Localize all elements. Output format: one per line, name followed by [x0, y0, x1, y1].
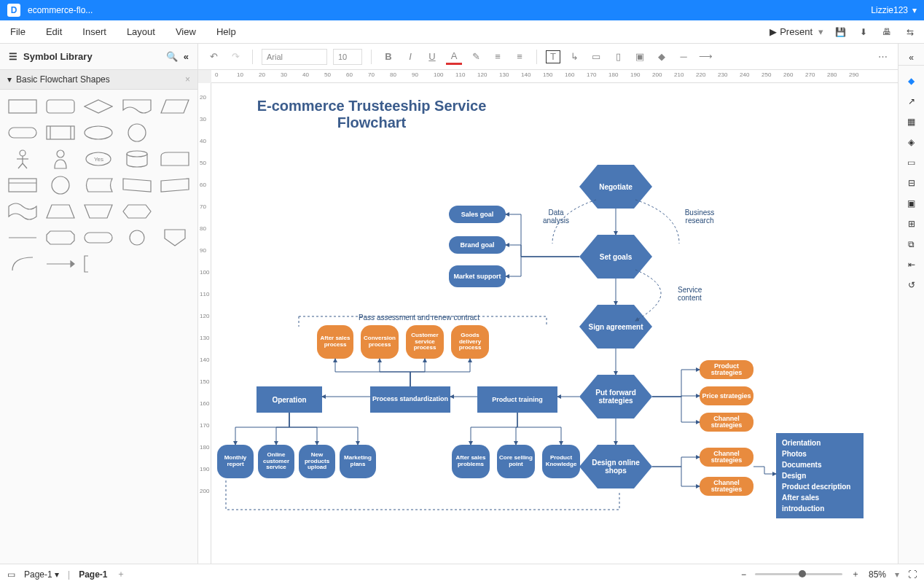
picture-icon[interactable]: ▣ — [907, 198, 915, 209]
zoom-out-icon[interactable]: − — [741, 569, 746, 580]
node-product-knowledge[interactable]: Product Knowledge — [542, 445, 580, 478]
zoom-slider[interactable] — [755, 573, 842, 575]
shape-predefined[interactable] — [44, 122, 77, 144]
zoom-in-icon[interactable]: ＋ — [851, 568, 860, 580]
connector-icon[interactable]: ↳ — [566, 49, 582, 65]
node-operation[interactable]: Operation — [257, 386, 322, 413]
export-icon[interactable]: ↗ — [908, 96, 915, 106]
node-channel-strategies-1[interactable]: Channel strategies — [700, 413, 753, 432]
add-page-icon[interactable]: ＋ — [117, 568, 125, 580]
node-design[interactable]: Design online shops — [579, 445, 652, 488]
node-goods-delivery-process[interactable]: Goods delivery process — [451, 325, 489, 359]
node-after-sales-process[interactable]: After sales process — [317, 325, 353, 359]
node-forward[interactable]: Put forward strategies — [579, 375, 652, 418]
shape-section-header[interactable]: ▾ Basic Flowchart Shapes × — [0, 70, 197, 90]
shape-circle3[interactable] — [120, 227, 154, 249]
menu-layout[interactable]: Layout — [127, 26, 155, 37]
data-icon[interactable]: ⊟ — [908, 178, 915, 188]
shape-hexagon[interactable] — [120, 200, 154, 222]
node-product-strategies[interactable]: Product strategies — [700, 360, 753, 379]
node-setgoals[interactable]: Set goals — [579, 235, 652, 279]
user-menu[interactable]: Lizzie123 ▾ — [871, 5, 917, 15]
shape-actor[interactable] — [6, 148, 39, 170]
node-conversion-process[interactable]: Conversion process — [361, 325, 399, 359]
pages-icon[interactable]: ▭ — [7, 569, 15, 580]
shape-rounded-rect[interactable] — [44, 96, 77, 117]
fill-tool-icon[interactable]: ◆ — [908, 76, 915, 86]
align-left-icon[interactable]: ≡ — [490, 49, 506, 65]
shape-internal[interactable] — [6, 174, 39, 196]
line-color-icon[interactable]: ─ — [676, 49, 692, 65]
shape-tape[interactable] — [6, 200, 39, 222]
node-after-sales-problems[interactable]: After sales problems — [452, 445, 490, 478]
shape-rectangle[interactable] — [6, 96, 39, 117]
history-icon[interactable]: ↺ — [908, 280, 915, 290]
node-online-customer[interactable]: Online customer service — [258, 445, 294, 478]
tree-icon[interactable]: ⊞ — [908, 219, 915, 229]
menu-view[interactable]: View — [176, 26, 196, 37]
shape-trap-down[interactable] — [82, 200, 115, 222]
shape-arc[interactable] — [6, 253, 39, 275]
shape-document[interactable] — [120, 96, 154, 117]
undo-icon[interactable]: ↶ — [205, 49, 222, 65]
node-process-std[interactable]: Process standardization — [370, 386, 450, 413]
shape-terminator[interactable] — [6, 122, 39, 144]
close-icon[interactable]: × — [185, 74, 190, 85]
shape-yes[interactable]: Yes — [82, 148, 115, 170]
more-icon[interactable]: ⋯ — [874, 49, 890, 65]
present-button[interactable]: ▶ Present ▾ — [770, 26, 823, 37]
shape-oct[interactable] — [44, 227, 77, 249]
shape-parallelogram[interactable] — [158, 96, 192, 117]
align-center-icon[interactable]: ≡ — [512, 49, 528, 65]
shape-stored[interactable] — [82, 174, 115, 196]
shape-circle[interactable] — [120, 122, 154, 144]
redo-icon[interactable]: ↷ — [227, 49, 243, 65]
download-icon[interactable]: ⬇ — [857, 26, 870, 39]
shape-circle2[interactable] — [44, 174, 77, 196]
node-product-training[interactable]: Product training — [477, 386, 557, 413]
page-selector[interactable]: Page-1 ▾ — [24, 569, 59, 580]
italic-icon[interactable]: I — [402, 49, 418, 65]
fullscreen-icon[interactable]: ⛶ — [908, 569, 917, 580]
shape-annotation[interactable] — [82, 253, 115, 275]
node-sign[interactable]: Sign agreement — [579, 305, 652, 349]
shape-line[interactable] — [6, 227, 39, 249]
shape-trap-up[interactable] — [44, 200, 77, 222]
shape-arrow[interactable] — [44, 253, 77, 275]
underline-icon[interactable]: U — [424, 49, 440, 65]
slide-icon[interactable]: ▭ — [907, 157, 915, 168]
node-customer-service-process[interactable]: Customer service process — [406, 325, 444, 359]
expand-icon[interactable]: « — [898, 50, 925, 66]
node-listbox[interactable]: Orientation Photos Documents Design Prod… — [776, 433, 864, 518]
font-family-select[interactable] — [262, 49, 327, 65]
text-tool-icon[interactable]: T — [546, 50, 560, 63]
menu-file[interactable]: File — [10, 26, 26, 37]
share-icon[interactable]: ⇆ — [904, 26, 917, 39]
image-icon[interactable]: ▭ — [588, 49, 604, 65]
node-core-selling[interactable]: Core selling point — [497, 445, 535, 478]
node-marketing-plans[interactable]: Marketing plans — [340, 445, 376, 478]
collapse-icon[interactable]: « — [184, 51, 189, 62]
shape-cylinder[interactable] — [120, 148, 154, 170]
node-new-products[interactable]: New products upload — [299, 445, 335, 478]
grid-icon[interactable]: ▦ — [907, 117, 915, 127]
font-color-icon[interactable]: A — [446, 49, 462, 65]
line-style-icon[interactable]: ⟶ — [697, 49, 713, 65]
shape-card[interactable] — [158, 148, 192, 170]
menu-help[interactable]: Help — [216, 26, 236, 37]
shape-trap1[interactable] — [120, 174, 154, 196]
shape-blank2[interactable] — [158, 200, 192, 222]
print-icon[interactable]: 🖶 — [880, 26, 893, 39]
node-negotiate[interactable]: Negotiate — [579, 165, 652, 209]
canvas[interactable]: E-commerce Trusteeship Service Flowchart… — [211, 83, 898, 564]
import-icon[interactable]: ⇤ — [908, 260, 915, 270]
shape-diamond[interactable] — [82, 96, 115, 117]
chevron-down-icon[interactable]: ▾ — [895, 569, 899, 580]
search-icon[interactable]: 🔍 — [166, 51, 178, 62]
layers-icon[interactable]: ▯ — [610, 49, 626, 65]
font-size-select[interactable] — [333, 49, 362, 65]
zoom-value[interactable]: 85% — [869, 569, 886, 580]
node-market-support[interactable]: Market support — [449, 265, 506, 287]
node-monthly-report[interactable]: Monthly report — [217, 445, 254, 478]
layer-icon[interactable]: ◈ — [908, 137, 915, 147]
